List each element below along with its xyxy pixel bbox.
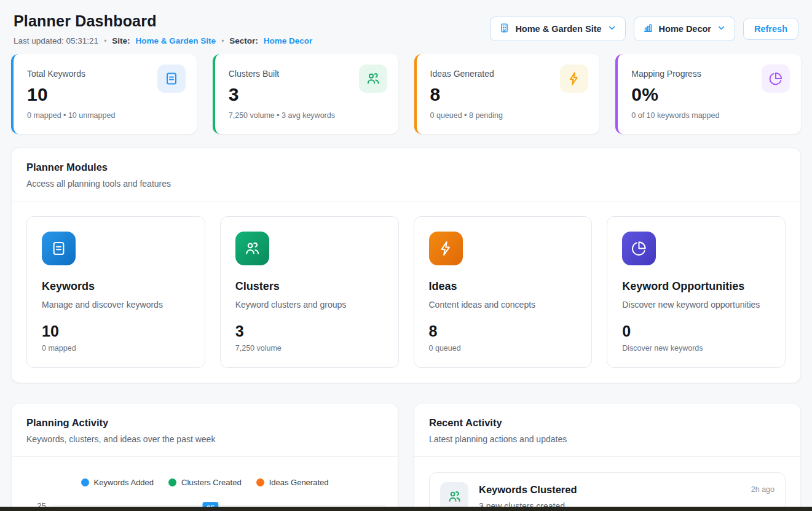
- bottom-row: Planning Activity Keywords, clusters, an…: [11, 403, 801, 511]
- file-lines-icon: [42, 232, 76, 265]
- modules-grid: Keywords Manage and discover keywords 10…: [12, 201, 800, 383]
- sector-selector-label: Home Decor: [659, 24, 711, 34]
- card-subtitle: Keywords, clusters, and ideas over the p…: [26, 434, 383, 444]
- activity-item-keywords-clustered: Keywords Clustered 3 new clusters create…: [429, 472, 786, 511]
- chevron-down-icon: [607, 23, 617, 34]
- activity-list: Keywords Clustered 3 new clusters create…: [414, 457, 800, 511]
- planner-dashboard-page: Planner Dashboard Last updated: 05:31:21…: [0, 0, 812, 511]
- legend-label: Ideas Generated: [269, 478, 329, 487]
- stat-subtext: 0 mapped • 10 unmapped: [27, 111, 183, 120]
- pie-chart-icon: [762, 64, 790, 93]
- module-subtext: 0 queued: [429, 344, 577, 353]
- page-meta: Last updated: 05:31:21 • Site: Home & Ga…: [14, 36, 312, 45]
- card-title: Recent Activity: [429, 417, 786, 429]
- stat-card-ideas-generated: Ideas Generated 8 0 queued • 8 pending: [414, 54, 600, 134]
- stat-card-clusters-built: Clusters Built 3 7,250 volume • 3 avg ke…: [213, 54, 398, 134]
- module-subtext: 7,250 volume: [235, 344, 384, 353]
- header-controls: Home & Garden Site Home Decor Refresh: [490, 17, 798, 41]
- bolt-icon: [560, 64, 588, 93]
- module-subtext: Discover new keywords: [622, 344, 770, 353]
- module-title: Ideas: [429, 280, 577, 293]
- header-left: Planner Dashboard Last updated: 05:31:21…: [14, 12, 312, 45]
- legend-dot-icon: [168, 478, 176, 486]
- planning-activity-header: Planning Activity Keywords, clusters, an…: [12, 404, 398, 457]
- planner-modules-panel: Planner Modules Access all planning tool…: [11, 147, 801, 383]
- activity-item-title: Keywords Clustered: [479, 484, 577, 496]
- card-subtitle: Latest planning actions and updates: [429, 434, 786, 444]
- meta-separator: •: [104, 37, 106, 45]
- stat-subtext: 0 queued • 8 pending: [430, 111, 586, 120]
- meta-separator: •: [221, 37, 224, 45]
- bolt-icon: [429, 232, 463, 265]
- module-title: Keyword Opportunities: [622, 280, 770, 293]
- module-description: Discover new keyword opportunities: [622, 300, 770, 310]
- module-card-keyword-opportunities[interactable]: Keyword Opportunities Discover new keywo…: [607, 216, 786, 368]
- module-description: Content ideas and concepts: [429, 300, 577, 310]
- site-selector-dropdown[interactable]: Home & Garden Site: [490, 17, 625, 41]
- module-value: 0: [622, 322, 770, 340]
- module-card-clusters[interactable]: Clusters Keyword clusters and groups 3 7…: [220, 216, 399, 368]
- module-card-ideas[interactable]: Ideas Content ideas and concepts 8 0 que…: [414, 216, 593, 368]
- legend-label: Keywords Added: [94, 478, 154, 487]
- stat-subtext: 7,250 volume • 3 avg keywords: [229, 111, 385, 120]
- last-updated-text: Last updated: 05:31:21: [14, 36, 98, 45]
- panel-title: Planner Modules: [26, 162, 786, 173]
- stat-card-total-keywords: Total Keywords 10 0 mapped • 10 unmapped: [11, 54, 197, 134]
- stat-card-mapping-progress: Mapping Progress 0% 0 of 10 keywords map…: [615, 54, 801, 134]
- module-value: 10: [42, 322, 190, 340]
- page-header: Planner Dashboard Last updated: 05:31:21…: [11, 12, 801, 45]
- site-link[interactable]: Home & Garden Site: [136, 36, 216, 45]
- stat-cards-row: Total Keywords 10 0 mapped • 10 unmapped…: [11, 54, 801, 134]
- recent-activity-header: Recent Activity Latest planning actions …: [414, 404, 800, 457]
- stat-subtext: 0 of 10 keywords mapped: [631, 111, 787, 120]
- chart-legend: Keywords Added Clusters Created Ideas Ge…: [12, 478, 398, 487]
- legend-dot-icon: [81, 478, 89, 486]
- module-card-keywords[interactable]: Keywords Manage and discover keywords 10…: [26, 216, 205, 368]
- bottom-dark-strip: [0, 507, 812, 511]
- users-icon: [235, 232, 269, 265]
- module-description: Manage and discover keywords: [42, 300, 190, 310]
- legend-item-clusters-created[interactable]: Clusters Created: [168, 478, 242, 487]
- legend-dot-icon: [256, 478, 264, 486]
- module-subtext: 0 mapped: [42, 344, 190, 353]
- chevron-down-icon: [717, 23, 726, 34]
- users-icon: [359, 64, 387, 93]
- planning-activity-card: Planning Activity Keywords, clusters, an…: [11, 403, 398, 511]
- refresh-button[interactable]: Refresh: [743, 18, 798, 40]
- panel-subtitle: Access all planning tools and features: [26, 179, 786, 189]
- pie-chart-icon: [622, 232, 656, 265]
- site-label: Site:: [112, 36, 130, 45]
- legend-item-ideas-generated[interactable]: Ideas Generated: [256, 478, 329, 487]
- bar-chart-icon: [643, 23, 653, 35]
- sector-label: Sector:: [229, 36, 258, 45]
- module-title: Keywords: [42, 280, 190, 293]
- site-selector-label: Home & Garden Site: [515, 24, 601, 34]
- module-title: Clusters: [235, 280, 384, 293]
- recent-activity-card: Recent Activity Latest planning actions …: [414, 403, 801, 511]
- file-lines-icon: [157, 64, 186, 93]
- building-icon: [499, 23, 510, 35]
- card-title: Planning Activity: [26, 417, 383, 429]
- page-title: Planner Dashboard: [14, 12, 312, 30]
- module-value: 3: [235, 322, 384, 340]
- planner-modules-header: Planner Modules Access all planning tool…: [12, 148, 800, 201]
- legend-item-keywords-added[interactable]: Keywords Added: [81, 478, 154, 487]
- legend-label: Clusters Created: [181, 478, 242, 487]
- sector-link[interactable]: Home Decor: [264, 36, 313, 45]
- activity-item-timestamp: 2h ago: [751, 482, 775, 494]
- module-description: Keyword clusters and groups: [235, 300, 384, 310]
- refresh-button-label: Refresh: [754, 24, 787, 34]
- module-value: 8: [429, 322, 577, 340]
- sector-selector-dropdown[interactable]: Home Decor: [634, 17, 735, 41]
